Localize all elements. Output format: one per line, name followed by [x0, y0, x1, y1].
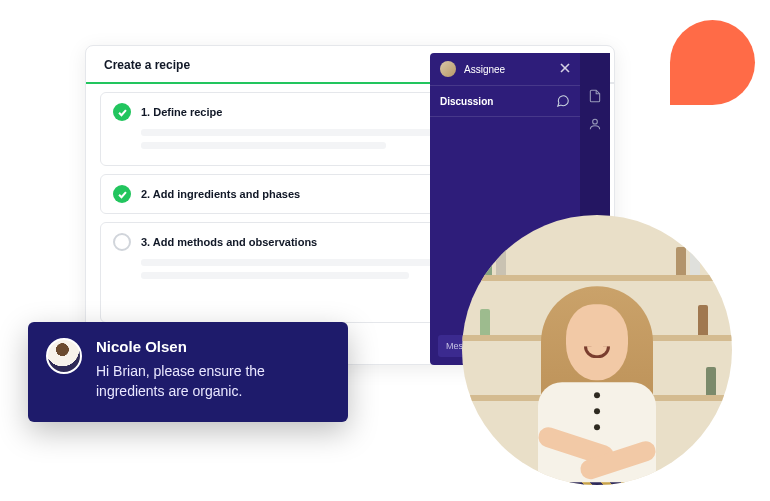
assignee-label: Assignee: [464, 64, 505, 75]
step-title: 3. Add methods and observations: [141, 236, 317, 248]
close-icon[interactable]: [560, 63, 570, 75]
step-title: 2. Add ingredients and phases: [141, 188, 300, 200]
check-icon: [113, 103, 131, 121]
circle-icon: [113, 233, 131, 251]
chat-text: Hi Brian, please ensure the ingredients …: [96, 361, 330, 402]
user-icon[interactable]: [588, 117, 602, 131]
person-illustration: [517, 286, 677, 485]
svg-point-2: [593, 119, 598, 124]
hero-photo: [462, 215, 732, 485]
chat-message: Nicole Olsen Hi Brian, please ensure the…: [28, 322, 348, 422]
tab-label: Discussion: [440, 96, 493, 107]
tab-discussion[interactable]: Discussion: [430, 86, 580, 117]
avatar: [46, 338, 82, 374]
assignee-row[interactable]: Assignee: [430, 53, 580, 86]
check-icon: [113, 185, 131, 203]
chat-author: Nicole Olsen: [96, 338, 330, 355]
decorative-blob: [670, 20, 755, 105]
chat-icon: [556, 94, 570, 108]
document-icon[interactable]: [588, 89, 602, 103]
step-title: 1. Define recipe: [141, 106, 222, 118]
avatar: [440, 61, 456, 77]
